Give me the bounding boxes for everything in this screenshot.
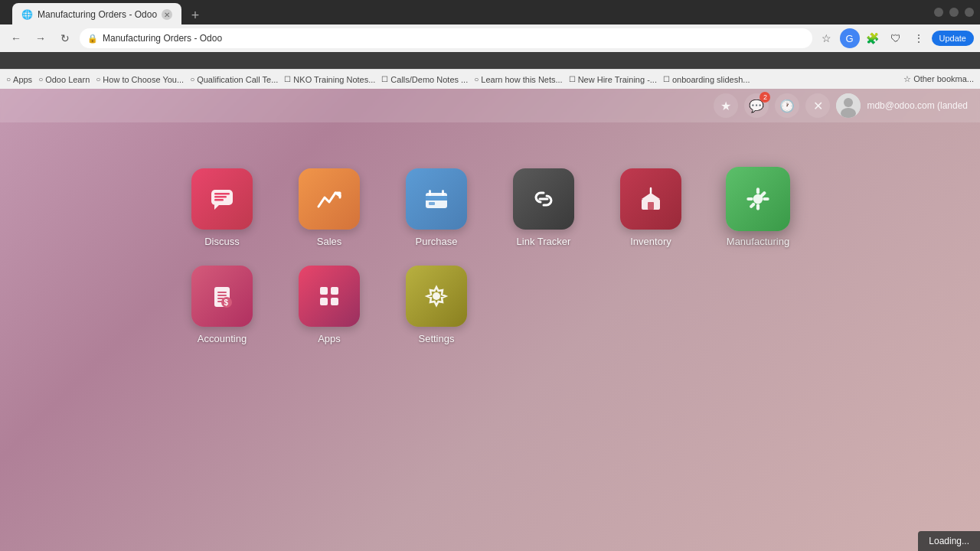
star-topbar-icon[interactable]: ★ — [714, 93, 738, 118]
close-window-button[interactable] — [965, 8, 974, 17]
forward-button[interactable]: → — [31, 28, 51, 48]
clock-topbar-icon[interactable]: 🕐 — [775, 93, 799, 118]
svg-rect-32 — [331, 287, 338, 295]
bookmark-qualification[interactable]: ○ Qualification Call Te... — [190, 75, 278, 84]
app-grid-container: Discuss Sales P — [0, 122, 980, 344]
svg-rect-9 — [426, 196, 447, 201]
bookmark-learn-nets[interactable]: ○ Learn how this Nets... — [474, 75, 562, 84]
accounting-icon: $ — [191, 266, 253, 327]
user-info[interactable]: mdb@odoo.com (landed — [867, 100, 968, 111]
sales-icon — [299, 168, 360, 230]
svg-rect-5 — [214, 196, 227, 198]
svg-rect-26 — [217, 295, 227, 296]
active-tab[interactable]: 🌐 Manufacturing Orders - Odoo ✕ — [12, 3, 181, 26]
purchase-label: Purchase — [416, 236, 458, 247]
svg-rect-12 — [442, 190, 444, 196]
svg-marker-7 — [214, 205, 219, 210]
other-bookmarks[interactable]: ☆ Other bookma... — [903, 74, 974, 84]
app-link-tracker[interactable]: Link Tracker — [498, 168, 590, 247]
bookmark-new-hire[interactable]: ☐ New Hire Training -... — [569, 75, 657, 84]
notification-badge: 2 — [760, 92, 770, 103]
nav-bar: ← → ↻ 🔒 Manufacturing Orders - Odoo ☆ G … — [0, 24, 980, 52]
browser-chrome: 🌐 Manufacturing Orders - Odoo ✕ + ← → ↻ … — [0, 0, 980, 69]
bookmark-icon: ☐ — [569, 75, 576, 83]
svg-rect-19 — [756, 204, 760, 210]
svg-rect-6 — [214, 199, 224, 201]
bookmark-icon: ○ — [474, 75, 479, 83]
apps-label: Apps — [318, 333, 341, 344]
bookmark-odoo-learn[interactable]: ○ Odoo Learn — [38, 75, 90, 84]
lock-icon: 🔒 — [87, 34, 98, 44]
new-tab-button[interactable]: + — [185, 5, 206, 26]
title-bar: 🌐 Manufacturing Orders - Odoo ✕ + — [0, 0, 980, 24]
sales-label: Sales — [317, 236, 342, 247]
svg-rect-25 — [217, 292, 227, 293]
svg-rect-31 — [320, 287, 328, 295]
app-accounting[interactable]: $ Accounting — [176, 266, 268, 344]
svg-rect-20 — [763, 197, 769, 201]
minimize-button[interactable] — [934, 8, 943, 17]
app-grid: Discuss Sales P — [176, 168, 804, 344]
bookmark-icon: ○ — [38, 75, 43, 83]
discuss-topbar-icon[interactable]: 💬 2 — [744, 93, 769, 118]
shield-button[interactable]: 🛡 — [886, 28, 906, 48]
app-sales[interactable]: Sales — [283, 168, 375, 247]
loading-toast: Loading... — [918, 531, 980, 551]
odoo-topbar: ★ 💬 2 🕐 ✕ mdb@odoo.com (landed — [0, 89, 980, 122]
bookmarks-bar: ○ Apps ○ Odoo Learn ○ How to Choose You.… — [0, 69, 980, 89]
svg-rect-15 — [648, 202, 654, 210]
settings-label: Settings — [419, 333, 455, 344]
accounting-label: Accounting — [198, 333, 247, 344]
app-discuss[interactable]: Discuss — [176, 168, 268, 247]
tab-close-button[interactable]: ✕ — [162, 9, 172, 20]
bookmark-icon: ☆ — [903, 74, 911, 83]
bookmark-how-to[interactable]: ○ How to Choose You... — [96, 75, 184, 84]
purchase-icon — [406, 168, 467, 230]
bookmark-onboarding[interactable]: ☐ onboarding slidesh... — [663, 75, 750, 84]
bookmark-nko[interactable]: ☐ NKO Training Notes... — [284, 75, 375, 84]
back-button[interactable]: ← — [6, 28, 26, 48]
loading-text: Loading... — [929, 536, 969, 546]
app-inventory[interactable]: Inventory — [605, 168, 697, 247]
url-text: Manufacturing Orders - Odoo — [103, 33, 222, 44]
manufacturing-label: Manufacturing — [727, 236, 789, 247]
bookmark-icon: ○ — [96, 75, 100, 83]
svg-text:$: $ — [224, 298, 229, 307]
app-apps[interactable]: Apps — [283, 266, 375, 344]
star-button[interactable]: ☆ — [817, 28, 837, 48]
app-settings[interactable]: Settings — [390, 266, 482, 344]
bookmark-icon: ○ — [190, 75, 194, 83]
svg-rect-11 — [429, 190, 431, 196]
inventory-label: Inventory — [630, 236, 671, 247]
link-tracker-label: Link Tracker — [517, 236, 571, 247]
tab-title: Manufacturing Orders - Odoo — [38, 9, 157, 20]
bookmark-apps[interactable]: ○ Apps — [6, 75, 32, 84]
user-avatar[interactable] — [836, 93, 861, 118]
maximize-button[interactable] — [949, 8, 959, 17]
profile-button[interactable]: G — [840, 28, 860, 48]
svg-rect-10 — [429, 202, 435, 205]
extension-button[interactable]: 🧩 — [863, 28, 883, 48]
close-topbar-icon[interactable]: ✕ — [805, 93, 830, 118]
bookmark-icon: ☐ — [663, 75, 670, 83]
menu-button[interactable]: ⋮ — [909, 28, 929, 48]
manufacturing-icon — [726, 167, 790, 231]
bookmark-calls[interactable]: ☐ Calls/Demo Notes ... — [381, 75, 468, 84]
reload-button[interactable]: ↻ — [55, 28, 75, 48]
address-bar[interactable]: 🔒 Manufacturing Orders - Odoo — [80, 28, 812, 48]
svg-rect-18 — [756, 187, 760, 194]
settings-icon — [406, 266, 467, 327]
tab-favicon: 🌐 — [21, 9, 33, 20]
apps-icon — [299, 266, 360, 327]
nav-actions: ☆ G 🧩 🛡 ⋮ Update — [817, 28, 974, 48]
app-manufacturing[interactable]: Manufacturing — [712, 168, 804, 247]
bookmark-icon: ☐ — [284, 75, 291, 83]
link-tracker-icon — [513, 168, 574, 230]
update-button[interactable]: Update — [932, 31, 974, 46]
discuss-icon — [191, 168, 253, 230]
inventory-icon — [620, 168, 681, 230]
svg-point-1 — [844, 98, 853, 107]
app-purchase[interactable]: Purchase — [390, 168, 482, 247]
svg-rect-34 — [331, 298, 338, 305]
discuss-label: Discuss — [204, 236, 240, 247]
